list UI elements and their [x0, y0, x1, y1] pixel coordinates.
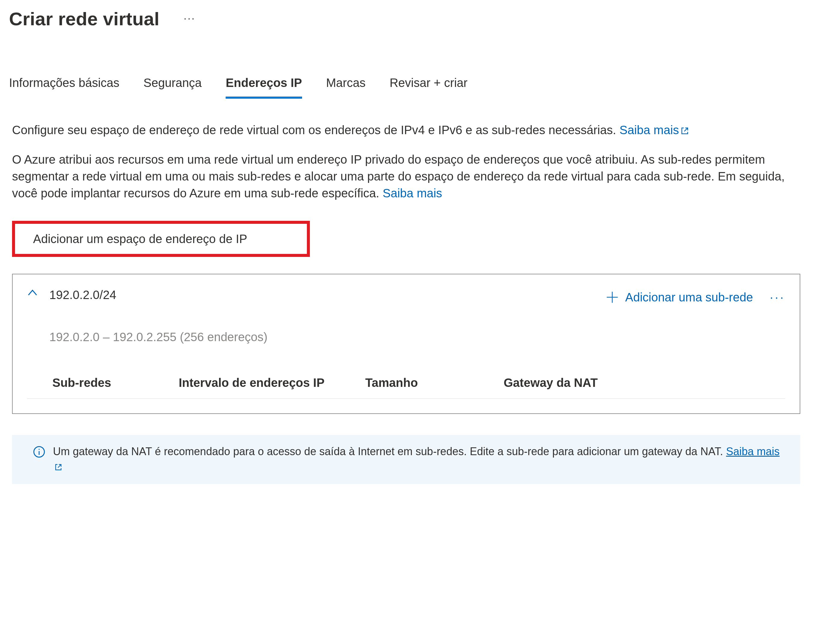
col-size: Tamanho [365, 374, 480, 391]
intro-paragraph-1: Configure seu espaço de endereço de rede… [12, 121, 800, 139]
nat-info-message: Um gateway da NAT é recomendado para o a… [53, 445, 726, 458]
tab-basics[interactable]: Informações básicas [9, 74, 120, 99]
learn-more-link-2[interactable]: Saiba mais [383, 186, 442, 200]
learn-more-label-1: Saiba mais [620, 123, 679, 137]
address-space-range: 192.0.2.0 – 192.0.2.255 (256 endereços) [49, 329, 606, 345]
more-actions-icon[interactable]: ··· [183, 10, 195, 28]
col-nat-gateway: Gateway da NAT [503, 374, 624, 391]
add-ip-address-space-label: Adicionar um espaço de endereço de IP [33, 232, 247, 245]
col-subnets: Sub-redes [52, 374, 155, 391]
learn-more-link-1[interactable]: Saiba mais [620, 123, 689, 137]
intro-paragraph-2: O Azure atribui aos recursos em uma rede… [12, 151, 800, 202]
external-link-icon [55, 460, 62, 475]
intro-text-1: Configure seu espaço de endereço de rede… [12, 123, 620, 137]
address-space-header: 192.0.2.0/24 192.0.2.0 – 192.0.2.255 (25… [27, 286, 785, 374]
address-space-actions: Adicionar uma sub-rede ··· [606, 286, 785, 306]
address-space-info: 192.0.2.0/24 192.0.2.0 – 192.0.2.255 (25… [49, 286, 606, 374]
page-root: Criar rede virtual ··· Informações básic… [0, 0, 840, 496]
tab-review-create[interactable]: Revisar + criar [390, 74, 468, 99]
add-subnet-label: Adicionar uma sub-rede [625, 289, 753, 306]
add-ip-address-space-button[interactable]: Adicionar um espaço de endereço de IP [12, 221, 310, 257]
page-title: Criar rede virtual [9, 6, 159, 32]
tab-security[interactable]: Segurança [143, 74, 202, 99]
external-link-icon [681, 122, 689, 139]
nat-info-text: Um gateway da NAT é recomendado para o a… [53, 444, 788, 475]
tab-tags[interactable]: Marcas [326, 74, 366, 99]
chevron-up-icon[interactable] [27, 288, 38, 302]
address-space-card: 192.0.2.0/24 192.0.2.0 – 192.0.2.255 (25… [12, 274, 800, 414]
title-row: Criar rede virtual ··· [9, 6, 831, 32]
address-space-cidr: 192.0.2.0/24 [49, 286, 606, 303]
tab-content: Configure seu espaço de endereço de rede… [9, 121, 803, 484]
add-subnet-button[interactable]: Adicionar uma sub-rede [606, 289, 753, 306]
nat-learn-more-label: Saiba mais [726, 445, 779, 458]
address-space-more-icon[interactable]: ··· [770, 289, 785, 306]
tab-bar: Informações básicas Segurança Endereços … [9, 74, 831, 99]
subnet-table-header: Sub-redes Intervalo de endereços IP Tama… [27, 374, 785, 399]
nat-info-banner: Um gateway da NAT é recomendado para o a… [12, 435, 800, 484]
info-icon [33, 446, 45, 462]
tab-ip-addresses[interactable]: Endereços IP [226, 74, 302, 99]
col-ip-range: Intervalo de endereços IP [179, 374, 341, 391]
svg-point-1 [38, 449, 40, 450]
